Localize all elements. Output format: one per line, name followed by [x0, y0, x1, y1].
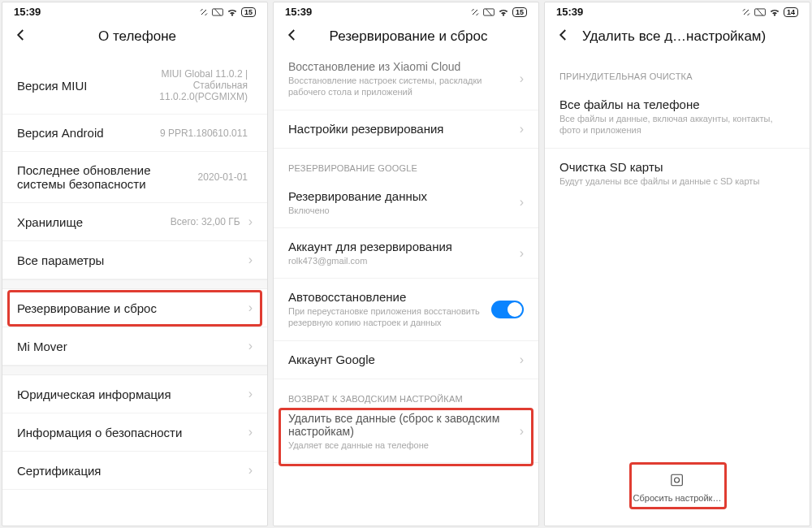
row-sub: При переустановке приложения восстановит… — [288, 305, 491, 329]
row-label: Версия MIUI — [17, 79, 159, 93]
chevron-right-icon: › — [520, 424, 524, 439]
row-security-update[interactable]: Последнее обновление системы безопасност… — [2, 152, 267, 203]
page-title: Удалить все д…настройкам) — [582, 28, 798, 45]
status-bar: 15:39 15 — [274, 2, 538, 19]
status-bar: 15:39 15 — [2, 2, 267, 19]
svg-point-4 — [675, 478, 680, 483]
status-time: 15:39 — [14, 6, 41, 18]
row-backup-settings[interactable]: Настройки резервирования › — [274, 110, 538, 149]
row-android-version[interactable]: Версия Android 9 PPR1.180610.011 — [2, 115, 267, 152]
svg-rect-3 — [672, 474, 683, 486]
row-label: Все параметры — [17, 253, 245, 267]
row-value: 2020-01-01 — [198, 171, 248, 183]
reset-label: Сбросить настройк… — [633, 493, 722, 503]
row-mi-mover[interactable]: Mi Mover › — [2, 327, 267, 366]
row-sd-wipe[interactable]: Очистка SD карты Будут удалены все файлы… — [545, 149, 810, 198]
status-icons: 14 — [741, 7, 798, 17]
row-label: Последнее обновление системы безопасност… — [17, 163, 198, 191]
back-icon[interactable] — [285, 28, 300, 45]
header: Резервирование и сброс — [274, 19, 538, 57]
row-sub: Включено — [288, 205, 516, 216]
row-label: Версия Android — [17, 126, 160, 140]
chevron-right-icon: › — [248, 387, 253, 401]
row-backup-data[interactable]: Резервирование данных Включено › — [274, 178, 538, 228]
back-icon[interactable] — [556, 28, 571, 45]
no-sim-icon — [483, 8, 495, 16]
row-label: Резервирование и сброс — [17, 301, 245, 315]
row-label: Восстановление из Xiaomi Cloud — [288, 60, 516, 73]
row-auto-restore[interactable]: Автовосстановление При переустановке при… — [274, 279, 538, 341]
chevron-right-icon: › — [248, 301, 253, 315]
header: Удалить все д…настройкам) — [545, 19, 810, 57]
row-label: Удалить все данные (сброс к заводским на… — [288, 412, 516, 438]
row-label: Очистка SD карты — [559, 160, 795, 174]
reset-icon — [633, 473, 722, 490]
wifi-icon — [498, 7, 509, 17]
chevron-right-icon: › — [520, 246, 524, 261]
row-backup-account[interactable]: Аккаунт для резервирования rolk473@gmail… — [274, 228, 538, 279]
section-label-google: РЕЗЕРВИРОВАНИЕ GOOGLE — [274, 149, 538, 178]
no-sim-icon — [212, 8, 223, 16]
battery-indicator: 15 — [512, 7, 527, 17]
row-label: Автовосстановление — [288, 290, 491, 304]
section-gap — [2, 366, 267, 375]
phone-screen-3: 15:39 14 Удалить все д…настройкам) ПРИНУ… — [544, 2, 810, 526]
status-time: 15:39 — [556, 6, 583, 18]
row-legal-info[interactable]: Юридическая информация › — [2, 375, 267, 413]
toggle-switch[interactable] — [491, 301, 524, 318]
row-label: Аккаунт Google — [288, 353, 516, 366]
row-all-params[interactable]: Все параметры › — [2, 241, 267, 279]
section-label-force-wipe: ПРИНУДИТЕЛЬНАЯ ОЧИСТКА — [545, 57, 810, 86]
row-storage[interactable]: Хранилище Всего: 32,00 ГБ › — [2, 203, 267, 241]
chevron-right-icon: › — [520, 122, 524, 136]
status-icons: 15 — [199, 7, 256, 17]
chevron-right-icon: › — [520, 353, 524, 367]
content-area: Восстановление из Xiaomi Cloud Восстанов… — [274, 57, 538, 526]
back-icon[interactable] — [14, 28, 28, 45]
status-bar: 15:39 14 — [545, 2, 810, 19]
wifi-icon — [227, 7, 238, 17]
content-area: Версия MIUI MIUI Global 11.0.2 | Стабиль… — [2, 57, 267, 526]
reset-settings-action[interactable]: Сбросить настройк… — [633, 473, 722, 503]
battery-indicator: 14 — [784, 7, 798, 17]
row-sub: Восстановление настроек системы, расклад… — [288, 75, 516, 98]
row-value: MIUI Global 11.0.2 | Стабильная 11.0.2.0… — [159, 68, 248, 102]
chevron-right-icon: › — [520, 195, 524, 210]
row-google-account[interactable]: Аккаунт Google › — [274, 341, 538, 379]
page-title: О телефоне — [37, 28, 238, 45]
no-sim-icon — [754, 8, 766, 16]
row-sub: Все файлы и данные, включая аккаунты, ко… — [559, 113, 795, 136]
status-icons: 15 — [470, 7, 527, 17]
row-value: 9 PPR1.180610.011 — [160, 128, 248, 139]
section-label-factory: ВОЗВРАТ К ЗАВОДСКИМ НАСТРОЙКАМ — [274, 379, 538, 409]
row-label: Mi Mover — [17, 340, 245, 353]
highlight-wrap: Удалить все данные (сброс к заводским на… — [274, 409, 538, 463]
row-label: Информация о безопасности — [17, 426, 245, 439]
phone-screen-2: 15:39 15 Резервирование и сброс Восстано… — [273, 2, 539, 526]
row-sub: rolk473@gmail.com — [288, 255, 516, 266]
row-miui-version[interactable]: Версия MIUI MIUI Global 11.0.2 | Стабиль… — [2, 57, 267, 115]
row-factory-reset[interactable]: Удалить все данные (сброс к заводским на… — [274, 409, 538, 463]
chevron-right-icon: › — [248, 425, 253, 439]
row-label: Аккаунт для резервирования — [288, 240, 516, 253]
row-sub: Удаляет все данные на телефоне — [288, 439, 516, 451]
row-all-files[interactable]: Все файлы на телефоне Все файлы и данные… — [545, 86, 810, 149]
row-security-info[interactable]: Информация о безопасности › — [2, 413, 267, 452]
row-certification[interactable]: Сертификация › — [2, 452, 267, 490]
battery-indicator: 15 — [241, 7, 256, 17]
phone-screen-1: 15:39 15 О телефоне Версия MIUI MIUI Glo… — [2, 2, 268, 526]
row-xiaomi-cloud-restore[interactable]: Восстановление из Xiaomi Cloud Восстанов… — [274, 57, 538, 110]
wifi-icon — [769, 7, 780, 17]
row-label: Резервирование данных — [288, 189, 516, 203]
chevron-right-icon: › — [248, 463, 253, 478]
row-label: Сертификация — [17, 464, 245, 478]
row-backup-reset[interactable]: Резервирование и сброс › — [2, 289, 267, 327]
chevron-right-icon: › — [248, 214, 253, 229]
row-sub: Будут удалены все файлы и данные с SD ка… — [559, 175, 795, 187]
vibrate-icon — [470, 7, 480, 17]
content-area: ПРИНУДИТЕЛЬНАЯ ОЧИСТКА Все файлы на теле… — [545, 57, 810, 526]
row-label: Настройки резервирования — [288, 122, 516, 136]
row-value: Всего: 32,00 ГБ — [171, 216, 240, 227]
row-label: Все файлы на телефоне — [559, 97, 795, 111]
vibrate-icon — [199, 7, 209, 17]
